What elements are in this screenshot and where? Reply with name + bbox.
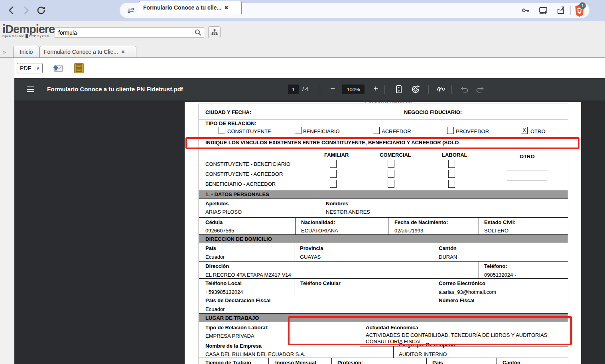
- idempiere-logo: iDempiere Open Source ERP System: [2, 23, 53, 38]
- table-border: [388, 217, 388, 234]
- table-border: [199, 261, 568, 262]
- menu-icon[interactable]: [26, 85, 35, 94]
- key-icon[interactable]: [521, 6, 530, 15]
- matrix-checkbox[interactable]: [448, 180, 455, 188]
- close-icon[interactable]: ✖: [225, 5, 228, 10]
- format-select[interactable]: PDF ∨: [17, 63, 43, 73]
- matrix-checkbox[interactable]: [330, 160, 337, 168]
- field-label: Teléfono Celular: [300, 280, 341, 286]
- send-to-device-icon[interactable]: [538, 6, 548, 15]
- field-label: NEGOCIO FIDUCIARIO:: [404, 109, 462, 115]
- table-border: [294, 278, 294, 296]
- field-label: Estado Civil:: [484, 219, 516, 225]
- field-label: Apellidos: [205, 201, 229, 207]
- rotate-icon[interactable]: [411, 85, 420, 94]
- matrix-checkbox[interactable]: [448, 160, 455, 168]
- annotate-pen-icon[interactable]: [436, 85, 446, 94]
- table-border: [199, 217, 568, 218]
- matrix-checkbox[interactable]: [388, 170, 394, 178]
- field-label: Provincia: [300, 245, 323, 251]
- matrix-col-header: COMERCIAL: [380, 152, 411, 158]
- undo-icon[interactable]: [459, 85, 469, 94]
- table-border: [320, 199, 320, 217]
- reload-icon[interactable]: [36, 5, 46, 16]
- matrix-checkbox[interactable]: [330, 180, 337, 188]
- chevron-down-icon: ∨: [36, 66, 39, 71]
- checkbox-otro-checked[interactable]: X: [521, 127, 528, 134]
- matrix-row-label: CONSTITUYENTE - ACREEDOR: [205, 171, 283, 177]
- field-label: País: [205, 245, 216, 251]
- pdf-title: Formulario Conoce a tu cliente PN Fidetr…: [47, 86, 183, 92]
- option-label: ACREEDOR: [382, 128, 411, 134]
- otro-answer-line: [507, 171, 547, 171]
- forward-icon[interactable]: [21, 5, 31, 16]
- tab-label: Inicio: [20, 49, 33, 55]
- table-border: [199, 296, 568, 296]
- option-label: OTRO: [530, 128, 546, 134]
- option-label: CONSTITUYENTE: [227, 128, 271, 134]
- checkbox-constituyente[interactable]: [219, 127, 225, 134]
- option-label: PROVEEDOR: [456, 128, 489, 134]
- red-annotation-box-2: [288, 316, 572, 345]
- matrix-checkbox[interactable]: [388, 180, 394, 188]
- archive-button[interactable]: [74, 63, 84, 74]
- tab-formulario-2-active[interactable]: Formulario Conoce a tu clie... ✖: [139, 1, 242, 14]
- field-label: País de Declaración Fiscal: [205, 297, 270, 303]
- tab-inicio[interactable]: Inicio: [13, 46, 39, 57]
- checkbox-beneficiario[interactable]: [295, 127, 302, 134]
- table-border: [393, 346, 394, 358]
- fit-page-icon[interactable]: [394, 85, 404, 94]
- checkbox-proveedor[interactable]: [447, 127, 454, 134]
- share-icon[interactable]: [556, 6, 566, 15]
- pdf-page[interactable]: Persona Natural. CIUDAD Y FECHA: NEGOCIO…: [185, 102, 581, 364]
- field-label: Tipo de Relacion Laboral:: [205, 325, 269, 331]
- close-icon[interactable]: ✖: [121, 49, 125, 55]
- field-value: EMPRESA PRIVADA: [205, 333, 254, 339]
- field-label: Nacionalidad:: [301, 219, 335, 225]
- search-input[interactable]: [55, 27, 192, 38]
- table-border: [199, 104, 568, 104]
- table-border: [433, 296, 433, 314]
- zoom-in-button[interactable]: +: [372, 84, 380, 93]
- zoom-out-button[interactable]: −: [329, 84, 337, 93]
- field-label: Nombres: [326, 201, 348, 207]
- menu-tree-button[interactable]: [208, 26, 221, 38]
- table-border: [268, 358, 269, 364]
- pdf-toolbar: Formulario Conoce a tu cliente PN Fidetr…: [14, 78, 605, 100]
- checkbox-acreedor[interactable]: [373, 127, 380, 134]
- tab-formulario-1[interactable]: Formulario Conoce a tu Clie... ✖: [39, 46, 136, 57]
- logo-block: [26, 34, 28, 38]
- field-value: DURAN: [439, 254, 457, 260]
- back-icon[interactable]: [6, 5, 17, 16]
- field-label: Cantón: [439, 245, 457, 251]
- collapse-panel-icon[interactable]: »: [3, 49, 6, 55]
- option-label: BENEFICIARIO: [303, 128, 340, 134]
- field-label: Nombre de la Empresa: [205, 343, 262, 349]
- matrix-checkbox[interactable]: [448, 170, 455, 178]
- redo-icon[interactable]: [475, 85, 485, 94]
- tab-label: Formulario Conoce a tu clie...: [143, 4, 221, 11]
- search-icon: [194, 29, 202, 36]
- field-value: NESTOR ANDRES: [326, 209, 370, 215]
- table-border: [497, 358, 497, 364]
- matrix-checkbox[interactable]: [330, 170, 337, 178]
- field-label: CIUDAD Y FECHA:: [205, 109, 251, 115]
- toolbar-separator: [320, 85, 320, 94]
- field-value: Ecuador: [205, 306, 225, 312]
- field-value: AUDITOR INTERNO: [399, 351, 447, 357]
- field-value: SOLTERO: [484, 228, 508, 234]
- toolbar-separator: [451, 85, 452, 94]
- field-label: Cantón: [503, 360, 520, 364]
- zoom-level-input[interactable]: 100%: [342, 85, 365, 94]
- matrix-col-header: LABORAL: [442, 152, 467, 158]
- field-label: Número Fiscal: [439, 297, 475, 303]
- send-mail-button[interactable]: [51, 63, 63, 74]
- table-border: [360, 346, 568, 346]
- field-label: Teléfono Local: [205, 280, 242, 286]
- field-value: a.arias_93@hotmail.com: [439, 289, 496, 295]
- page-number-input[interactable]: 1: [288, 85, 299, 94]
- tune-icon[interactable]: [127, 6, 135, 14]
- matrix-checkbox[interactable]: [388, 160, 394, 168]
- search-button[interactable]: [192, 27, 204, 38]
- otro-answer-line: [507, 181, 547, 181]
